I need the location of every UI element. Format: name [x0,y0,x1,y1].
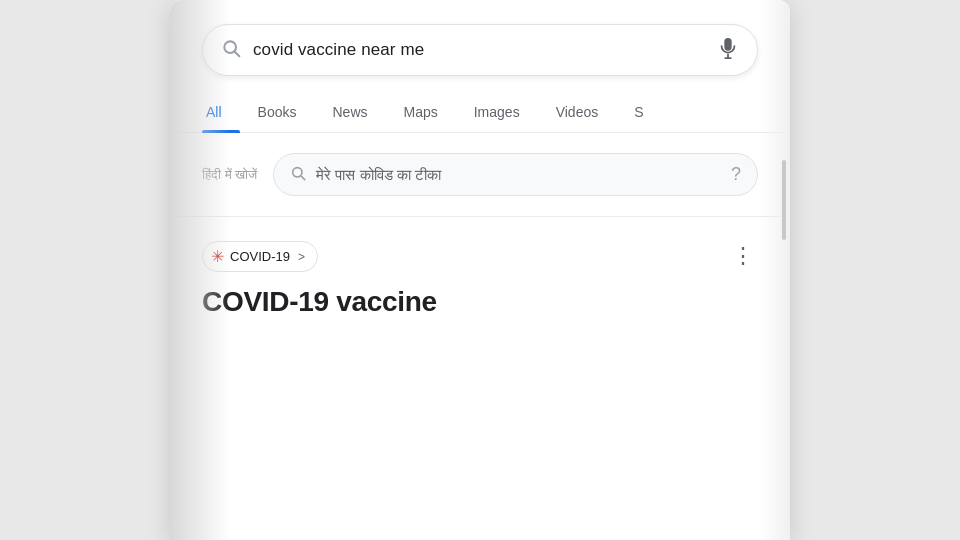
search-query: covid vaccine near me [253,40,705,60]
more-options-button[interactable]: ⋮ [728,241,758,271]
covid-title: COVID-19 vaccine [202,286,437,318]
help-icon[interactable]: ? [731,164,741,185]
tab-books[interactable]: Books [240,92,315,132]
chevron-right-icon: > [298,250,305,264]
covid-section: ✳ COVID-19 > COVID-19 vaccine ⋮ [170,217,790,338]
covid-tag[interactable]: ✳ COVID-19 > [202,241,318,272]
svg-line-1 [235,52,240,57]
hindi-search-icon [290,165,306,185]
covid-header: ✳ COVID-19 > COVID-19 vaccine ⋮ [202,241,758,318]
tab-more[interactable]: S [616,92,661,132]
scrollbar[interactable] [782,160,786,240]
tab-videos[interactable]: Videos [538,92,617,132]
search-area: covid vaccine near me [170,0,790,92]
mic-icon[interactable] [717,37,739,63]
covid-tag-label: COVID-19 [230,249,290,264]
svg-line-5 [301,176,305,180]
tab-all[interactable]: All [202,92,240,132]
search-icon [221,38,241,62]
search-bar[interactable]: covid vaccine near me [202,24,758,76]
hindi-search-bar[interactable]: मेरे पास कोविड का टीका ? [273,153,758,196]
tab-images[interactable]: Images [456,92,538,132]
phone-screen: covid vaccine near me All Books News Map… [170,0,790,540]
tabs-bar: All Books News Maps Images Videos S [170,92,790,133]
virus-icon: ✳ [211,247,224,266]
covid-left: ✳ COVID-19 > COVID-19 vaccine [202,241,437,318]
hindi-label: हिंदी में खोजें [202,167,257,183]
hindi-search-text: मेरे पास कोविड का टीका [316,166,721,184]
tab-news[interactable]: News [314,92,385,132]
tab-maps[interactable]: Maps [386,92,456,132]
hindi-search-section: हिंदी में खोजें मेरे पास कोविड का टीका ? [170,133,790,217]
